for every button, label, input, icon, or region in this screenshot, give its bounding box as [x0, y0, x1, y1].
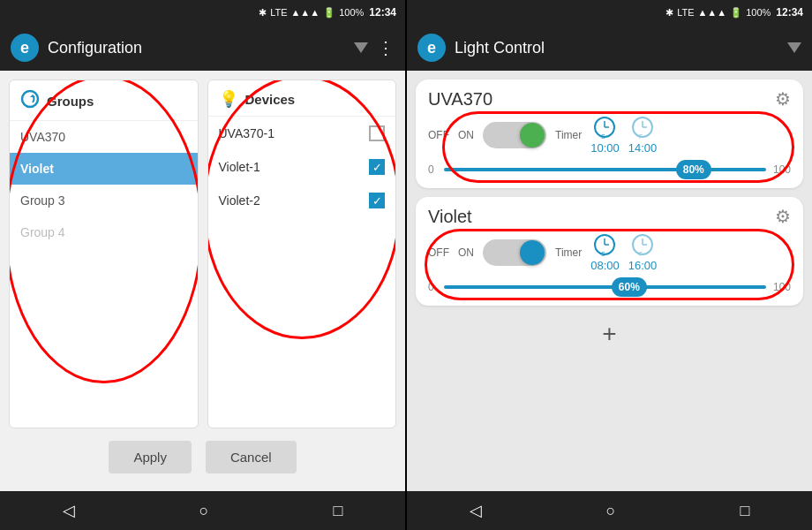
home-button-left[interactable]: ○ [199, 502, 209, 520]
violet-card: Violet ⚙ OFF ON Timer S [416, 197, 803, 306]
back-button-left[interactable]: ◁ [63, 501, 75, 520]
right-app-bar: e Light Control [407, 25, 812, 71]
device-checkbox-uva370-1[interactable] [369, 125, 385, 141]
uva370-slider-thumb: 80% [676, 160, 711, 179]
group-item-violet[interactable]: Violet [10, 153, 198, 185]
uva370-title-row: UVA370 ⚙ [428, 88, 791, 110]
devices-icon: 💡 [219, 89, 238, 109]
left-status-icons: ✱ LTE ▲▲▲ 🔋 100% [259, 7, 364, 19]
devices-header: 💡 Devices [208, 80, 396, 117]
r-lte-icon: LTE [677, 7, 694, 18]
left-time: 12:34 [369, 6, 396, 19]
recent-button-left[interactable]: □ [334, 502, 343, 520]
battery-icon: 🔋 [323, 7, 335, 19]
uva370-f-time: 14:00 [628, 141, 658, 155]
lte-icon: LTE [270, 7, 287, 18]
svg-text:S: S [601, 133, 605, 140]
violet-slider-thumb: 60% [612, 277, 647, 297]
violet-toggle-thumb [520, 240, 545, 265]
right-nav-indicator [787, 42, 801, 53]
uva370-on-label: ON [458, 129, 474, 141]
right-status-bar: ✱ LTE ▲▲▲ 🔋 100% 12:34 [407, 0, 812, 25]
violet-title-row: Violet ⚙ [428, 206, 791, 227]
left-phone: ✱ LTE ▲▲▲ 🔋 100% 12:34 e Configuration ⋮ [0, 0, 405, 530]
violet-s-timer[interactable]: S 08:00 [590, 232, 620, 272]
uva370-off-label: OFF [428, 129, 449, 141]
device-checkbox-violet-1[interactable] [369, 159, 385, 175]
svg-point-0 [22, 91, 38, 107]
left-app-title: Configuration [48, 39, 345, 57]
svg-text:S: S [601, 251, 605, 257]
devices-column: 💡 Devices UVA370-1 Violet-1 Violet-2 [207, 80, 397, 428]
uva370-control-row: OFF ON Timer S 10:00 [428, 115, 791, 155]
right-nav-bar: ◁ ○ □ [407, 491, 812, 530]
violet-title: Violet [428, 207, 472, 227]
r-battery-pct: 100% [746, 7, 771, 18]
group-item-uva370[interactable]: UVA370 [10, 121, 198, 153]
uva370-timer-label: Timer [555, 129, 582, 141]
uva370-slider-min: 0 [428, 163, 437, 176]
left-nav-indicator [354, 42, 368, 53]
svg-text:F: F [639, 133, 643, 140]
violet-f-time: 16:00 [628, 259, 658, 272]
uva370-toggle[interactable] [483, 122, 546, 148]
action-buttons: Apply Cancel [9, 428, 396, 482]
uva370-title: UVA370 [428, 89, 492, 110]
svg-text:F: F [639, 251, 643, 257]
device-item-uva370-1: UVA370-1 [208, 117, 396, 150]
uva370-f-timer[interactable]: F 14:00 [628, 115, 658, 155]
recent-button-right[interactable]: □ [741, 502, 750, 520]
uva370-slider-row: 0 80% 100 [428, 160, 791, 179]
left-app-bar: e Configuration ⋮ [0, 25, 405, 71]
violet-control-row: OFF ON Timer S 08:00 [428, 232, 791, 272]
violet-gear-icon[interactable]: ⚙ [775, 206, 791, 227]
groups-icon [20, 89, 40, 113]
uva370-s-timer[interactable]: S 10:00 [590, 115, 620, 155]
left-content: Groups UVA370 Violet Group 3 Group 4 [0, 71, 405, 491]
violet-slider-min: 0 [428, 281, 437, 293]
right-status-icons: ✱ LTE ▲▲▲ 🔋 100% [665, 7, 771, 19]
violet-slider-row: 0 60% 100 [428, 277, 791, 297]
group-item-group3[interactable]: Group 3 [10, 185, 198, 216]
violet-slider-container[interactable]: 60% [444, 277, 766, 297]
add-light-button[interactable]: + [416, 314, 803, 353]
device-item-violet-1: Violet-1 [208, 150, 396, 184]
battery-pct: 100% [339, 7, 364, 18]
home-button-right[interactable]: ○ [606, 502, 616, 520]
groups-label: Groups [47, 94, 94, 109]
left-status-bar: ✱ LTE ▲▲▲ 🔋 100% 12:34 [0, 0, 405, 25]
violet-f-timer[interactable]: F 16:00 [628, 232, 658, 272]
back-button-right[interactable]: ◁ [470, 501, 482, 520]
violet-timer-label: Timer [555, 246, 582, 259]
violet-slider-max: 100 [773, 281, 791, 293]
group-item-group4[interactable]: Group 4 [10, 216, 198, 248]
r-bluetooth-icon: ✱ [665, 7, 673, 19]
left-nav-bar: ◁ ○ □ [0, 491, 405, 530]
right-content: UVA370 ⚙ OFF ON Timer S [407, 71, 812, 491]
right-app-title: Light Control [455, 39, 778, 57]
violet-toggle[interactable] [483, 239, 546, 266]
violet-on-label: ON [458, 246, 474, 259]
cancel-button[interactable]: Cancel [206, 441, 297, 473]
violet-s-time: 08:00 [590, 259, 620, 272]
uva370-slider-max: 100 [773, 163, 791, 176]
config-panels: Groups UVA370 Violet Group 3 Group 4 [9, 80, 396, 428]
r-battery-icon: 🔋 [730, 7, 742, 19]
groups-column: Groups UVA370 Violet Group 3 Group 4 [9, 80, 199, 428]
right-app-logo: e [417, 34, 446, 62]
more-icon[interactable]: ⋮ [377, 37, 395, 58]
right-time: 12:34 [776, 6, 803, 19]
r-signal-icon: ▲▲▲ [697, 7, 726, 18]
right-phone: ✱ LTE ▲▲▲ 🔋 100% 12:34 e Light Control U… [407, 0, 812, 530]
uva370-gear-icon[interactable]: ⚙ [775, 88, 791, 110]
left-app-logo: e [11, 34, 39, 62]
signal-icon: ▲▲▲ [290, 7, 320, 18]
uva370-toggle-thumb [520, 123, 545, 148]
violet-off-label: OFF [428, 246, 449, 259]
svg-marker-1 [30, 95, 35, 97]
device-checkbox-violet-2[interactable] [369, 193, 385, 208]
uva370-slider-container[interactable]: 80% [444, 160, 766, 179]
devices-label: Devices [245, 92, 296, 107]
groups-header: Groups [10, 80, 198, 121]
apply-button[interactable]: Apply [109, 441, 192, 473]
